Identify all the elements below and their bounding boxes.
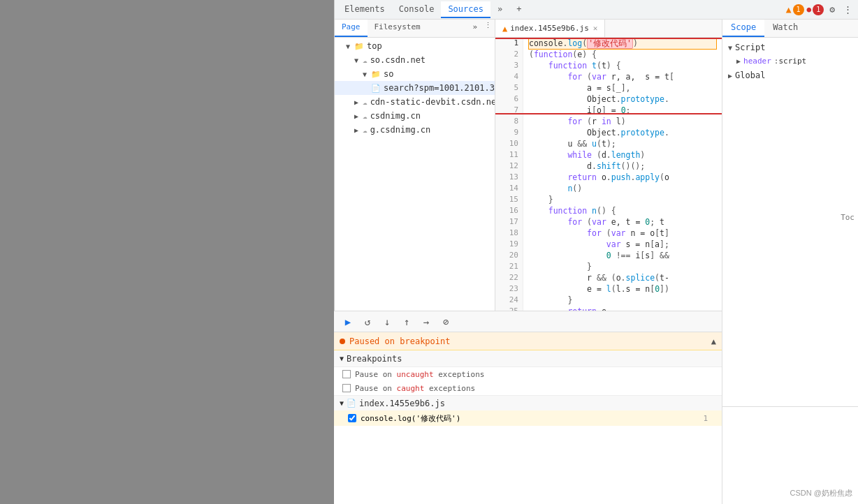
scope-header-global[interactable]: ▶ Global [722,68,858,82]
bp-uncaught-label: Pause on uncaught exceptions [355,370,484,379]
line-num-7: 7 [495,105,518,116]
bp-entry-checkbox[interactable] [348,414,356,422]
tree-item-csdnimg[interactable]: ▶ ☁ csdnimg.cn [335,109,495,123]
bp-checkbox-uncaught[interactable] [342,370,351,378]
line-num-24: 24 [495,295,518,306]
tree-item-so-csdn[interactable]: ▼ ☁ so.csdn.net [335,53,495,67]
settings-icon[interactable]: ⚙ [827,4,838,15]
scope-section-script: ▼ Script ▶ header: script [722,40,858,67]
code-line-18: for (var n = o[t] [529,228,716,239]
code-line-19: var s = n[a]; [529,239,716,250]
code-line-15: } [529,194,716,205]
warning-indicator: ▲ 1 [786,4,804,15]
line-num-2: 2 [495,49,518,60]
tree-item-gcsdnimg[interactable]: ▶ ☁ g.csdnimg.cn [335,123,495,137]
cloud-icon-csdnimg: ☁ [363,112,368,121]
bp-file-arrow: ▼ [340,399,344,407]
bp-entry-line: 1 [703,414,708,423]
paused-dot [340,339,345,344]
tree-arrow-so: ▼ [363,71,371,78]
bp-header[interactable]: ▼ Breakpoints [334,350,722,367]
tree-item-cdn[interactable]: ▶ ☁ cdn-static-devbit.csdn.net [335,95,495,109]
code-line-11: while (d.length) [529,149,716,161]
tab-sources[interactable]: Sources [441,1,490,18]
line-num-13: 13 [495,172,518,183]
tab-page[interactable]: Page [335,20,368,37]
code-line-9: Object.prototype. [529,127,716,138]
more-options-icon[interactable]: ⋮ [841,4,855,15]
tab-warning-icon: ▲ [502,24,507,34]
tree-item-top[interactable]: ▼ 📁 top [335,39,495,53]
code-line-6: Object.prototype. [529,94,716,105]
deactivate-button[interactable]: ⊘ [437,313,454,330]
code-line-1: console.log('修改代码') [529,38,716,49]
line-num-1: 1 [495,38,518,49]
paused-banner: Paused on breakpoint ▲ [334,332,722,350]
folder-icon: 📁 [354,42,364,51]
line-num-5: 5 [495,82,518,94]
line-num-17: 17 [495,216,518,228]
tab-filesystem[interactable]: Filesystem [368,20,428,37]
code-line-22: r && (o.splice(t- [529,272,716,283]
line-num-18: 18 [495,228,518,239]
tree-arrow-gcsdnimg: ▶ [354,126,363,134]
tree-arrow-csdnimg: ▶ [354,112,363,120]
browser-viewport [0,0,334,504]
paused-expand-icon[interactable]: ▲ [711,336,716,346]
line-num-23: 23 [495,283,518,295]
scope-section-global: ▶ Global [722,68,858,82]
bp-checkbox-caught[interactable] [342,384,351,392]
line-num-16: 16 [495,205,518,216]
sidebar-menu-icon[interactable]: ⋮ [481,20,495,37]
devtools-icons-right: ▲ 1 ● 1 ⚙ ⋮ [786,4,855,15]
line-num-6: 6 [495,94,518,105]
bp-option-caught: Pause on caught exceptions [334,381,722,395]
line-num-10: 10 [495,138,518,149]
tree-item-search[interactable]: 📄 search?spm=1001.2101.30... [335,81,495,95]
line-num-11: 11 [495,149,518,161]
code-tab-bar: ▲ index.1455e9b6.js ✕ [495,20,722,38]
tab-watch[interactable]: Watch [764,20,806,37]
tree-item-so[interactable]: ▼ 📁 so [335,67,495,81]
step-button[interactable]: → [418,313,435,330]
scope-item-header[interactable]: ▶ header: script [722,54,858,67]
code-line-24: } [529,295,716,306]
tree-arrow-so-csdn: ▼ [354,57,363,64]
paused-text: Paused on breakpoint [349,336,451,346]
scope-val-header: script [778,57,806,66]
line-num-3: 3 [495,60,518,71]
bp-entry[interactable]: console.log('修改代码') 1 [334,410,722,426]
tab-new[interactable]: + [509,1,528,18]
devtools-tab-bar: Elements Console Sources » + ▲ 1 ● 1 ⚙ ⋮ [335,0,858,20]
code-line-23: e = l(l.s = n[0]) [529,283,716,295]
tab-more[interactable]: » [490,1,509,18]
code-line-14: n() [529,183,716,194]
tab-elements[interactable]: Elements [337,1,392,18]
file-icon-search: 📄 [371,84,381,93]
bp-filename: index.1455e9b6.js [359,399,445,408]
error-circle-icon: ● [807,5,812,14]
step-out-button[interactable]: ↑ [398,313,415,330]
bp-entry-code: console.log('修改代码') [361,413,460,424]
code-line-8: for (r in l) [529,116,716,127]
code-line-16: function n() { [529,205,716,216]
scope-key-header: header [743,57,771,66]
line-num-19: 19 [495,239,518,250]
bp-caught-label: Pause on caught exceptions [355,384,475,393]
tab-scope[interactable]: Scope [722,20,764,37]
scope-header-script[interactable]: ▼ Script [722,40,858,54]
line-num-9: 9 [495,127,518,138]
resume-button[interactable]: ▶ [340,313,356,330]
bp-file-icon: 📄 [347,399,356,408]
tab-console[interactable]: Console [392,1,442,18]
sidebar-tab-bar: Page Filesystem » ⋮ [335,20,495,38]
code-line-5: a = s[_], [529,82,716,94]
step-over-button[interactable]: ↺ [359,313,376,330]
debug-controls: ▶ ↺ ↓ ↑ → ⊘ [334,311,722,332]
tab-close-icon[interactable]: ✕ [593,24,598,33]
line-num-20: 20 [495,250,518,261]
error-count: 1 [813,4,824,15]
step-into-button[interactable]: ↓ [379,313,395,330]
sidebar-more-icon[interactable]: » [468,20,481,37]
code-tab-index[interactable]: ▲ index.1455e9b6.js ✕ [495,20,605,37]
